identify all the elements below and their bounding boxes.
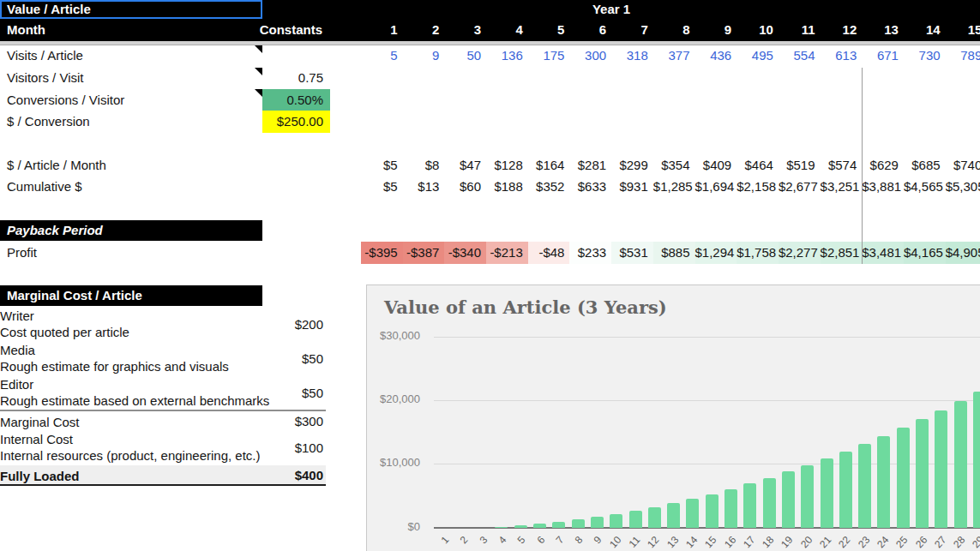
cell-visits-m10[interactable]: 495 xyxy=(737,45,779,67)
cell-cumulative-m9[interactable]: $1,694 xyxy=(695,176,737,198)
cell-profit-m12[interactable]: $2,851 xyxy=(821,242,863,264)
month-header-cell-m11[interactable]: 11 xyxy=(779,19,821,41)
cell-profit-m3[interactable]: -$340 xyxy=(444,242,486,264)
cell-profit-m14[interactable]: $4,165 xyxy=(904,242,946,264)
cell-profit-m2[interactable]: -$387 xyxy=(403,242,445,264)
cell-dollars-per-month-m7[interactable]: $299 xyxy=(611,154,653,176)
cell-visits-m13[interactable]: 671 xyxy=(862,45,904,67)
cell-cumulative-m10[interactable]: $2,158 xyxy=(737,176,779,198)
month-header-cell-m2[interactable]: 2 xyxy=(403,19,445,41)
cost-row-internal-cost[interactable]: Internal CostInternal resources (product… xyxy=(0,430,326,465)
cell-profit-m15[interactable]: $4,905 xyxy=(946,242,980,264)
cell-dollars-per-month-m11[interactable]: $519 xyxy=(779,154,821,176)
cell-cumulative-m15[interactable]: $5,305 xyxy=(946,176,980,198)
cell-visits-m14[interactable]: 730 xyxy=(904,45,946,67)
month-header-cell-m12[interactable]: 12 xyxy=(821,19,863,41)
cell-visits-m4[interactable]: 136 xyxy=(486,45,528,67)
month-header-cell-m13[interactable]: 13 xyxy=(862,19,904,41)
cell-cumulative-m13[interactable]: $3,881 xyxy=(862,176,904,198)
cell-profit-m5[interactable]: -$48 xyxy=(528,242,570,264)
cell-cumulative-m14[interactable]: $4,565 xyxy=(904,176,946,198)
cell-profit-m1[interactable]: -$395 xyxy=(361,242,403,264)
cost-row-fully-loaded[interactable]: Fully Loaded$400 xyxy=(0,465,326,486)
cell-profit-m6[interactable]: $233 xyxy=(569,242,611,264)
cell-dollars-per-month-m2[interactable]: $8 xyxy=(403,154,445,176)
cell-profit-m7[interactable]: $531 xyxy=(611,242,653,264)
cell-visits-m3[interactable]: 50 xyxy=(444,45,486,67)
cell-dollars-per-month-m15[interactable]: $740 xyxy=(946,154,980,176)
row-label[interactable]: $ / Conversion xyxy=(7,111,90,133)
cell-visits-m1[interactable]: 5 xyxy=(361,45,403,67)
cost-row-writer[interactable]: WriterCost quoted per article$200 xyxy=(0,307,326,341)
month-header-cell-m5[interactable]: 5 xyxy=(528,19,570,41)
payback-period-section-header[interactable]: Payback Period xyxy=(0,220,262,241)
cell-visits-m2[interactable]: 9 xyxy=(403,45,445,67)
constants-header-cell[interactable]: Constants xyxy=(237,19,322,41)
row-label[interactable]: $ / Article / Month xyxy=(7,154,106,176)
cost-row-marginal-cost[interactable]: Marginal Cost$300 xyxy=(0,410,326,430)
cell-dollars-per-month-m5[interactable]: $164 xyxy=(528,154,570,176)
cell-cumulative-m5[interactable]: $352 xyxy=(528,176,570,198)
cell-visits-m9[interactable]: 436 xyxy=(695,45,737,67)
row-label[interactable]: Visits / Article xyxy=(7,45,83,67)
cell-cumulative-m8[interactable]: $1,285 xyxy=(653,176,695,198)
cell-cumulative-m4[interactable]: $188 xyxy=(486,176,528,198)
month-header-cell-m10[interactable]: 10 xyxy=(737,19,779,41)
month-header-cell-m9[interactable]: 9 xyxy=(695,19,737,41)
selected-cell-value-article[interactable]: Value / Article xyxy=(0,0,262,19)
cell-profit-m4[interactable]: -$213 xyxy=(486,242,528,264)
month-header-cell-m6[interactable]: 6 xyxy=(569,19,611,41)
cell-profit-m9[interactable]: $1,294 xyxy=(695,242,737,264)
cell-visits-m15[interactable]: 789 xyxy=(946,45,980,67)
year1-header-cell[interactable]: Year 1 xyxy=(361,0,862,19)
month-header-cell-m7[interactable]: 7 xyxy=(611,19,653,41)
month-header-cell[interactable]: Month xyxy=(7,19,45,41)
month-header-cell-m8[interactable]: 8 xyxy=(653,19,695,41)
cell-dollars-per-month-m12[interactable]: $574 xyxy=(821,154,863,176)
cell-dollars-per-month-m13[interactable]: $629 xyxy=(862,154,904,176)
row-label[interactable]: Visitors / Visit xyxy=(7,67,83,89)
cell-visits-m6[interactable]: 300 xyxy=(569,45,611,67)
month-header-cell-m3[interactable]: 3 xyxy=(444,19,486,41)
cell-profit-m8[interactable]: $885 xyxy=(653,242,695,264)
cell-visits-m8[interactable]: 377 xyxy=(653,45,695,67)
cell-profit-m13[interactable]: $3,481 xyxy=(862,242,904,264)
cell-dollars-per-month-m9[interactable]: $409 xyxy=(695,154,737,176)
cell-visits-m12[interactable]: 613 xyxy=(821,45,863,67)
cell-dollars-per-month-m4[interactable]: $128 xyxy=(486,154,528,176)
constant-cell-conversion-rate[interactable]: 0.50% xyxy=(262,89,330,111)
cell-dollars-per-month-m14[interactable]: $685 xyxy=(904,154,946,176)
row-label[interactable]: Cumulative $ xyxy=(7,176,82,198)
cell-cumulative-m6[interactable]: $633 xyxy=(569,176,611,198)
cost-row-editor[interactable]: EditorRough estimate based on external b… xyxy=(0,375,326,410)
cell-cumulative-m2[interactable]: $13 xyxy=(403,176,445,198)
row-label[interactable]: Profit xyxy=(7,242,37,264)
cell-visits-m11[interactable]: 554 xyxy=(779,45,821,67)
month-header-cell-m1[interactable]: 1 xyxy=(361,19,403,41)
cell-visits-m5[interactable]: 175 xyxy=(528,45,570,67)
chart-y-tick-label: $30,000 xyxy=(367,329,427,342)
cell-cumulative-m7[interactable]: $931 xyxy=(611,176,653,198)
month-header-cell-m14[interactable]: 14 xyxy=(904,19,946,41)
month-header-cell-m15[interactable]: 15 xyxy=(946,19,980,41)
cell-dollars-per-month-m3[interactable]: $47 xyxy=(444,154,486,176)
cell-dollars-per-month-m1[interactable]: $5 xyxy=(361,154,403,176)
cell-visits-m7[interactable]: 318 xyxy=(611,45,653,67)
value-of-article-chart[interactable]: Value of an Article (3 Years) $30,000$20… xyxy=(366,284,980,551)
cell-cumulative-m12[interactable]: $3,251 xyxy=(821,176,863,198)
cost-row-media[interactable]: MediaRough estimate for graphics and vis… xyxy=(0,341,326,375)
marginal-cost-section-header[interactable]: Marginal Cost / Article xyxy=(0,285,262,306)
constant-cell-dollars-per-conversion[interactable]: $250.00 xyxy=(262,111,330,133)
cell-dollars-per-month-m8[interactable]: $354 xyxy=(653,154,695,176)
cell-cumulative-m1[interactable]: $5 xyxy=(361,176,403,198)
cumulative-cells: $5$13$60$188$352$633$931$1,285$1,694$2,1… xyxy=(361,176,980,198)
month-header-cell-m4[interactable]: 4 xyxy=(486,19,528,41)
cell-profit-m10[interactable]: $1,758 xyxy=(737,242,779,264)
cell-cumulative-m3[interactable]: $60 xyxy=(444,176,486,198)
cell-dollars-per-month-m6[interactable]: $281 xyxy=(569,154,611,176)
cell-cumulative-m11[interactable]: $2,677 xyxy=(779,176,821,198)
row-label[interactable]: Conversions / Visitor xyxy=(7,89,124,111)
cell-dollars-per-month-m10[interactable]: $464 xyxy=(737,154,779,176)
constant-cell-visitors-per-visit[interactable]: 0.75 xyxy=(262,67,330,89)
cell-profit-m11[interactable]: $2,277 xyxy=(779,242,821,264)
